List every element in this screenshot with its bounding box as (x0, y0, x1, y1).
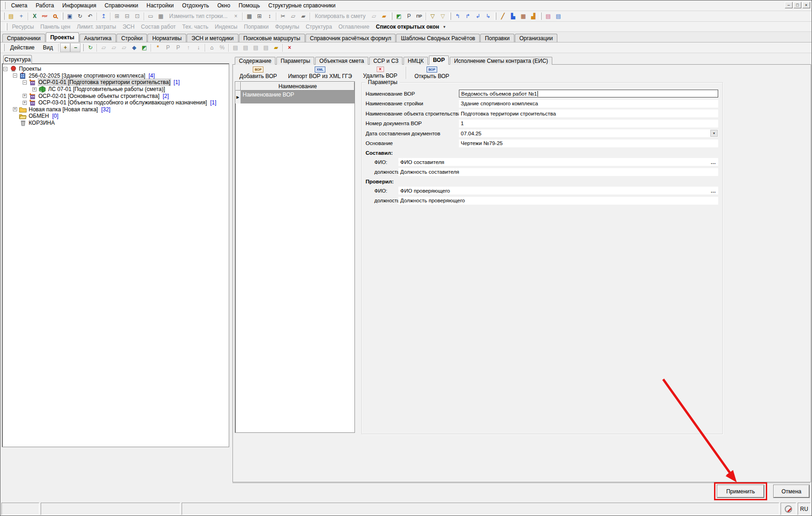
grid-view-1-icon[interactable]: ▤ (230, 43, 240, 52)
menu-deystvie[interactable]: Действие (6, 43, 39, 52)
paste-buffer-icon[interactable]: ▰ (379, 12, 389, 21)
paste-icon[interactable]: ▰ (298, 12, 308, 21)
panel-struktura[interactable]: Структура (302, 24, 335, 30)
tree-item-osr-02-01[interactable]: + ОСР-02-01 [Основные объекты строительс… (3, 92, 228, 99)
refresh-tree-icon[interactable]: ↻ (85, 43, 95, 52)
menu-pomosch[interactable]: Помощь (234, 1, 264, 10)
menu-spravochniki[interactable]: Справочники (100, 1, 142, 10)
add-to-structure-icon[interactable]: + (16, 12, 26, 21)
menu-smeta[interactable]: Смета (7, 1, 31, 10)
transport-icon[interactable]: ▙ (508, 12, 518, 21)
grid-view-3-icon[interactable]: ▤ (250, 43, 261, 52)
doc-date-dropdown-icon[interactable]: ▼ (710, 130, 718, 137)
export-pdf-icon[interactable]: PDF (40, 12, 50, 21)
tab-poiskovye-marshruty[interactable]: Поисковые маршруты (239, 34, 305, 42)
tree-expand-icon[interactable]: + (23, 101, 27, 105)
copy-node-icon[interactable]: ▱ (98, 43, 109, 52)
cut-icon[interactable]: ✂ (278, 12, 288, 21)
tab-stroyki[interactable]: Стройки (116, 34, 147, 42)
toolbar-grip[interactable] (82, 44, 84, 51)
calculator-icon[interactable]: ▦ (244, 12, 254, 21)
tab-normativy[interactable]: Нормативы (147, 34, 186, 42)
new-document-icon[interactable]: ▰ (271, 43, 281, 52)
toolbar-grip[interactable] (4, 2, 6, 9)
cancel-button[interactable]: Отмена (774, 485, 809, 498)
tab-analitika[interactable]: Аналитика (79, 34, 116, 42)
search-icon[interactable] (50, 12, 60, 21)
panel-oglavlenie[interactable]: Оглавление (335, 24, 372, 30)
structure-tree-icon[interactable]: ▤ (6, 12, 16, 21)
refresh-icon[interactable]: ↻ (75, 12, 85, 21)
parameters-icon[interactable]: * (153, 43, 163, 52)
toolbar-grip[interactable] (449, 12, 451, 20)
doc-date-combobox[interactable]: 07.04.25 ▼ (459, 129, 718, 137)
tree-item-osr-01-01[interactable]: − ОСР-01-01 [Подготовка территории строи… (3, 79, 228, 86)
machines-icon[interactable]: ▟ (528, 12, 538, 21)
tab-spravochnik-formul[interactable]: Справочник расчётных формул (305, 34, 396, 42)
comment-icon[interactable]: ⊡ (132, 12, 142, 21)
folder-add-icon[interactable]: + (60, 43, 70, 52)
menu-structural-spravochniki[interactable]: Структурные справочники (264, 1, 340, 10)
indent-level-up-icon[interactable]: ↰ (452, 12, 463, 21)
tree-collapse-icon[interactable]: − (13, 73, 17, 78)
tree-collapse-icon[interactable]: − (3, 67, 7, 71)
doc-number-input[interactable]: 1 (459, 120, 718, 127)
price-param-2-icon[interactable]: P (173, 43, 183, 52)
menu-okno[interactable]: Окно (213, 1, 234, 10)
indent-level-top-icon[interactable]: ↱ (463, 12, 473, 21)
tab-nmck[interactable]: НМЦК (403, 57, 428, 65)
tab-shablony-svodnyh[interactable]: Шаблоны Сводных Расчётов (396, 34, 480, 42)
menu-rabota[interactable]: Работа (31, 1, 58, 10)
grid-view-2-icon[interactable]: ▤ (240, 43, 250, 52)
stroyka-input[interactable]: Здание спортивного комплекса (459, 100, 718, 108)
basis-input[interactable]: Чертежи №79-25 (459, 140, 718, 147)
toolbar-grip[interactable] (3, 44, 5, 51)
panel-panel-cen[interactable]: Панель цен (37, 24, 73, 30)
vor-list-row[interactable]: ▶ Наименование ВОР (235, 91, 354, 103)
checker-fio-browse-icon[interactable]: … (711, 187, 717, 194)
tree-expand-icon[interactable]: + (32, 87, 37, 91)
panel-teh-chast[interactable]: Тех. часть (179, 24, 211, 30)
tree-expand-icon[interactable]: + (13, 107, 17, 111)
tab-ssr-sz[interactable]: ССР и СЗ (369, 57, 403, 65)
price-param-icon[interactable]: P (163, 43, 173, 52)
delete-vor-button[interactable]: × Удалить ВОР (358, 65, 403, 80)
tab-popravki[interactable]: Поправки (480, 34, 514, 42)
copy-icon[interactable]: ▱ (288, 12, 298, 21)
open-windows-list[interactable]: Список открытых окон (372, 24, 442, 30)
eraser-icon[interactable]: ▭ (146, 12, 156, 21)
books-blue-icon[interactable]: ▤ (553, 12, 563, 21)
tree-item-osr-03-01[interactable]: + ОСР-03-01 [Объекты подсобного и обслуж… (3, 99, 228, 106)
maximize-button[interactable]: □ (794, 2, 801, 8)
price-level-p-icon[interactable]: P (404, 12, 414, 21)
tree-item-ls-07-01[interactable]: + ЛС 07-01 [Подготовительные работы (сме… (3, 86, 228, 93)
close-tab-icon[interactable]: × (284, 43, 294, 52)
tree-item-256-02-2025[interactable]: − 256-02-2025 [Здание спортивного компле… (3, 73, 228, 79)
toolbar-grip[interactable] (61, 12, 63, 20)
clear-icon[interactable]: × (231, 12, 241, 21)
panel-esn[interactable]: ЭСН (119, 24, 138, 30)
filter-icon[interactable]: ▽ (427, 12, 438, 21)
panel-limit-zatraty[interactable]: Лимит. затраты (73, 24, 119, 30)
compiler-fio-browse-icon[interactable]: … (711, 158, 717, 166)
indent-level-bottom-icon[interactable]: ↳ (483, 12, 493, 21)
insert-group-icon[interactable]: ⊟ (122, 12, 132, 21)
books-pink-icon[interactable]: ▤ (543, 12, 553, 21)
move-up-icon[interactable]: ↑ (183, 43, 193, 52)
tab-obektnaya-smeta[interactable]: Объектная смета (315, 57, 368, 65)
vor-name-input[interactable]: Ведомость объемов работ №1 (459, 90, 718, 97)
open-windows-dropdown-icon[interactable]: ▾ (443, 24, 446, 29)
panel-popravki[interactable]: Поправки (241, 24, 272, 30)
add-vor-button[interactable]: ВОР Добавить ВОР (234, 65, 282, 80)
price-level-pr-icon[interactable]: ПР (414, 12, 424, 21)
tab-soderzhanie[interactable]: Содержание (235, 57, 275, 65)
tab-ispolnenie-eis[interactable]: Исполнение Сметы контракта (ЕИС) (450, 57, 552, 65)
indent-level-down-icon[interactable]: ↲ (473, 12, 483, 21)
calculator-add-icon[interactable]: ⊞ (254, 12, 264, 21)
object-input[interactable]: Подготовка территории строительства (459, 109, 718, 117)
minimize-button[interactable]: – (785, 2, 793, 8)
toolbar-grip[interactable] (540, 12, 542, 20)
vor-list-header[interactable]: Наименование (241, 82, 354, 91)
import-vor-button[interactable]: XML Импорт ВОР из XML ГГЭ (282, 65, 357, 80)
menu-nastroyki[interactable]: Настройки (142, 1, 178, 10)
